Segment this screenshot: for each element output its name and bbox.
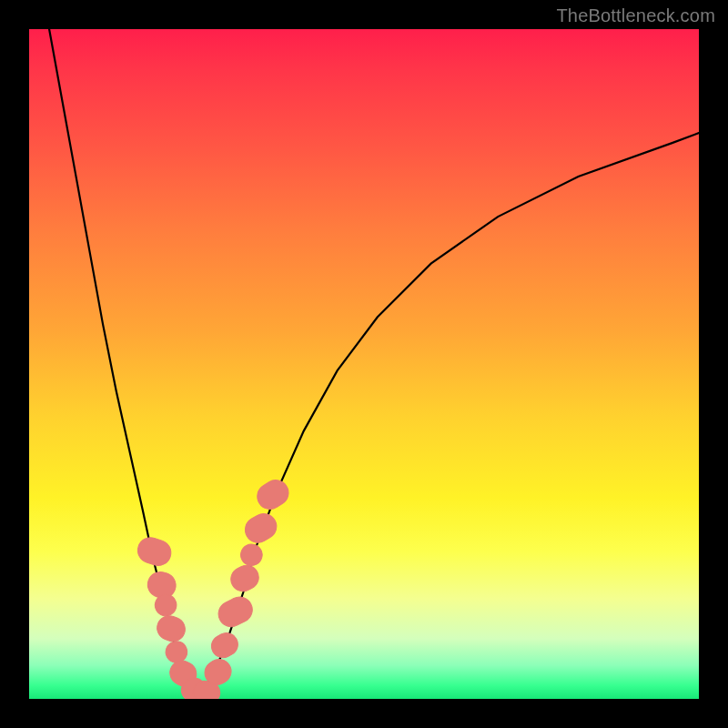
data-marker	[240, 509, 281, 547]
curve-group	[49, 29, 699, 695]
data-marker	[253, 475, 294, 513]
data-marker	[237, 541, 266, 570]
curve-left-branch	[49, 29, 197, 695]
data-marker	[214, 592, 257, 631]
curve-right-branch	[197, 133, 699, 695]
data-marker	[154, 612, 188, 644]
chart-svg	[29, 29, 699, 699]
data-marker	[135, 534, 175, 569]
watermark-text: TheBottleneck.com	[556, 5, 715, 26]
chart-frame: TheBottleneck.com	[0, 0, 728, 728]
markers-group	[135, 475, 293, 699]
data-marker	[227, 561, 263, 596]
plot-area	[29, 29, 699, 699]
data-marker	[207, 629, 242, 662]
